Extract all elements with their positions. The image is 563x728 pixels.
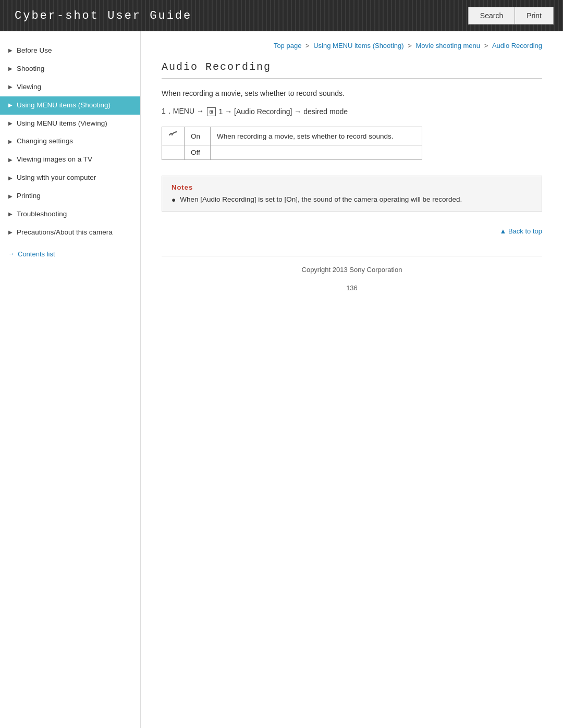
main-content: Top page > Using MENU items (Shooting) >…: [141, 31, 563, 728]
step-text: 1．MENU →: [162, 107, 204, 116]
arrow-icon: ▶: [8, 83, 13, 91]
contents-link-label: Contents list: [18, 250, 55, 258]
option-off: Off: [185, 145, 211, 160]
option-on-description: When recording a movie, sets whether to …: [211, 127, 422, 145]
notes-text: When [Audio Recording] is set to [On], t…: [180, 195, 462, 203]
bullet-icon: ●: [172, 196, 176, 204]
table-row: Off: [162, 145, 422, 160]
notes-section: Notes ● When [Audio Recording] is set to…: [162, 176, 542, 212]
sidebar-item-printing[interactable]: ▶ Printing: [0, 187, 140, 205]
arrow-icon: ▶: [8, 193, 13, 200]
header-buttons: Search Print: [468, 7, 563, 24]
page-layout: ▶ Before Use ▶ Shooting ▶ Viewing ▶ Usin…: [0, 31, 563, 728]
arrow-icon: ▶: [8, 211, 13, 218]
menu-icon: ⊞: [207, 107, 216, 116]
sidebar-label: Viewing images on a TV: [17, 155, 92, 165]
sidebar-label: Using MENU items (Shooting): [17, 101, 111, 110]
arrow-right-icon: →: [8, 250, 15, 257]
option-off-description: [211, 145, 422, 160]
arrow-icon: ▶: [8, 229, 13, 236]
sidebar-item-viewing[interactable]: ▶ Viewing: [0, 78, 140, 96]
footer: Copyright 2013 Sony Corporation: [162, 256, 542, 279]
sidebar-item-before-use[interactable]: ▶ Before Use: [0, 42, 140, 60]
checkmark-icon: [168, 130, 178, 140]
arrow-icon: ▶: [8, 138, 13, 145]
sidebar-label: Printing: [17, 191, 41, 201]
breadcrumb-sep: >: [484, 42, 490, 50]
sidebar-item-troubleshooting[interactable]: ▶ Troubleshooting: [0, 205, 140, 224]
sidebar: ▶ Before Use ▶ Shooting ▶ Viewing ▶ Usin…: [0, 31, 141, 728]
print-button[interactable]: Print: [515, 7, 554, 24]
sidebar-label: Viewing: [17, 82, 41, 92]
sidebar-item-viewing-tv[interactable]: ▶ Viewing images on a TV: [0, 151, 140, 169]
sidebar-item-shooting[interactable]: ▶ Shooting: [0, 60, 140, 78]
copyright: Copyright 2013 Sony Corporation: [302, 266, 402, 274]
sidebar-label: Changing settings: [17, 137, 73, 146]
page-title: Audio Recording: [162, 61, 542, 79]
sidebar-label: Shooting: [17, 64, 44, 74]
back-to-top: ▲ Back to top: [162, 227, 542, 235]
breadcrumb: Top page > Using MENU items (Shooting) >…: [162, 42, 542, 50]
empty-check-cell: [162, 145, 185, 160]
search-button[interactable]: Search: [468, 7, 515, 24]
breadcrumb-top[interactable]: Top page: [274, 42, 302, 50]
contents-list-link[interactable]: → Contents list: [0, 245, 140, 263]
arrow-icon: ▶: [8, 47, 13, 54]
back-to-top-link[interactable]: ▲ Back to top: [499, 227, 542, 235]
arrow-icon: ▶: [8, 156, 13, 164]
sidebar-item-using-menu-shooting[interactable]: ▶ Using MENU items (Shooting): [0, 96, 140, 115]
page-number: 136: [162, 279, 542, 297]
notes-item: ● When [Audio Recording] is set to [On],…: [172, 195, 532, 204]
options-table: On When recording a movie, sets whether …: [162, 127, 422, 160]
arrow-icon: ▶: [8, 175, 13, 182]
table-row: On When recording a movie, sets whether …: [162, 127, 422, 145]
sidebar-label: Before Use: [17, 46, 52, 56]
sidebar-item-using-menu-viewing[interactable]: ▶ Using MENU items (Viewing): [0, 115, 140, 133]
sidebar-item-precautions[interactable]: ▶ Precautions/About this camera: [0, 224, 140, 242]
step-text-2: 1 → [Audio Recording] → desired mode: [219, 107, 348, 116]
sidebar-item-using-computer[interactable]: ▶ Using with your computer: [0, 169, 140, 187]
option-on: On: [185, 127, 211, 145]
notes-title: Notes: [172, 183, 532, 191]
arrow-icon: ▶: [8, 65, 13, 72]
sidebar-item-changing-settings[interactable]: ▶ Changing settings: [0, 132, 140, 151]
breadcrumb-sep: >: [408, 42, 413, 50]
breadcrumb-sep: >: [305, 42, 311, 50]
arrow-icon: ▶: [8, 102, 13, 109]
breadcrumb-current: Audio Recording: [492, 42, 542, 50]
breadcrumb-using-menu-shooting[interactable]: Using MENU items (Shooting): [313, 42, 403, 50]
sidebar-label: Using with your computer: [17, 173, 96, 183]
page-description: When recording a movie, sets whether to …: [162, 89, 542, 97]
checkmark-cell: [162, 127, 185, 145]
sidebar-label: Using MENU items (Viewing): [17, 119, 107, 129]
step-instruction: 1．MENU → ⊞ 1 → [Audio Recording] → desir…: [162, 107, 542, 116]
header: Cyber-shot User Guide Search Print: [0, 0, 563, 31]
arrow-icon: ▶: [8, 120, 13, 127]
site-title: Cyber-shot User Guide: [0, 9, 192, 22]
breadcrumb-movie-shooting-menu[interactable]: Movie shooting menu: [415, 42, 480, 50]
sidebar-label: Troubleshooting: [17, 209, 67, 219]
sidebar-label: Precautions/About this camera: [17, 228, 113, 238]
